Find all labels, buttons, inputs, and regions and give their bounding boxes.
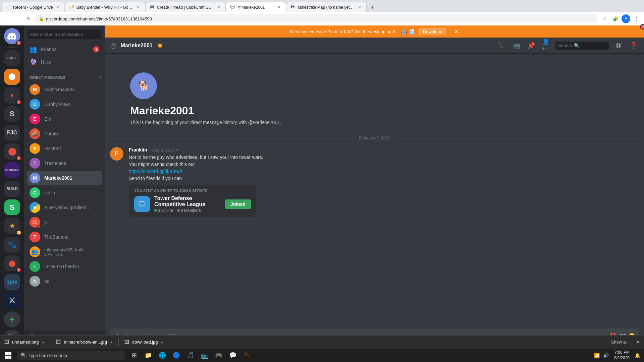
download-button[interactable]: Download bbox=[419, 28, 446, 35]
taskbar-spotify[interactable]: 🎵 bbox=[184, 349, 197, 362]
dm-item-em[interactable]: E Em bbox=[27, 112, 102, 126]
tab-google-drive[interactable]: 📄 Recent - Google Drive ✕ bbox=[1, 2, 65, 12]
call-icon[interactable]: 📞 bbox=[498, 42, 506, 50]
server-icon-10[interactable]: ★ 18 bbox=[4, 218, 20, 234]
tab-close-2[interactable]: ✕ bbox=[136, 5, 141, 10]
download-bar-close-icon[interactable]: ✕ bbox=[636, 339, 640, 345]
server-icon-1[interactable]: CDCL bbox=[4, 50, 20, 66]
server-icon-12[interactable]: ⬤ 1 bbox=[4, 255, 20, 272]
back-button[interactable]: ← bbox=[3, 14, 12, 23]
server-icon-4[interactable]: S bbox=[4, 106, 20, 122]
dm-item-mightymax805[interactable]: M mightymax805 bbox=[27, 82, 102, 97]
google-account-icon[interactable]: F bbox=[621, 14, 631, 23]
windows-start-button[interactable] bbox=[0, 349, 16, 362]
header-search-bar[interactable]: Search 🔍 bbox=[555, 42, 609, 50]
tab-cubecraft[interactable]: 🎮 Create Thread | CubeCraft Game... ✕ bbox=[145, 2, 226, 12]
joined-button[interactable]: Joined bbox=[225, 199, 251, 209]
message-text-line4: Send to friends if you can bbox=[129, 175, 639, 182]
server-icon-9[interactable]: S bbox=[4, 199, 20, 216]
message-link[interactable]: https://discord.gg/jf3EF9d bbox=[129, 168, 639, 175]
tab-discord-active[interactable]: 💬 @Marieke2001 ✕ bbox=[226, 2, 286, 12]
network-icon[interactable]: 📶 bbox=[593, 353, 601, 358]
taskbar-task-view[interactable]: ⊞ bbox=[127, 349, 141, 362]
mention-icon[interactable]: @ bbox=[614, 42, 623, 50]
server-icon-14[interactable]: ⚔ bbox=[4, 293, 20, 309]
tab-close-3[interactable]: ✕ bbox=[216, 5, 221, 10]
add-server-button[interactable]: + bbox=[4, 311, 20, 327]
taskbar-discord[interactable]: 💬 bbox=[226, 349, 239, 362]
tab-baby-blender[interactable]: 📝 Baby Blender - Willy Hill - Goog... ✕ bbox=[65, 2, 145, 12]
server-icon-11[interactable]: 🐾 bbox=[4, 237, 20, 253]
bookmark-icon[interactable]: ☆ bbox=[600, 14, 609, 23]
dm-item-collin[interactable]: C collin bbox=[27, 186, 102, 200]
search-input[interactable] bbox=[28, 29, 101, 39]
banner-close-icon[interactable]: ✕ bbox=[454, 28, 459, 35]
dm-name-collin: collin bbox=[44, 190, 99, 195]
dm-at-symbol: @ bbox=[110, 42, 117, 49]
dm-avatar-potato: 🥔 bbox=[30, 128, 40, 139]
server-icon-7[interactable]: VERSACE bbox=[4, 162, 20, 178]
forward-button[interactable]: → bbox=[13, 14, 23, 23]
tab-close-1[interactable]: ✕ bbox=[55, 5, 60, 10]
date-line-left bbox=[110, 138, 355, 138]
pin-icon[interactable]: 📌 bbox=[527, 42, 535, 50]
dm-item-jc[interactable]: JC jc bbox=[27, 215, 102, 229]
notification-icon[interactable]: 🔔 bbox=[634, 353, 641, 358]
server-icon-8[interactable]: BUILD bbox=[4, 181, 20, 197]
dm-item-blueyellow[interactable]: B Blue-yellow gradient ... bbox=[27, 200, 102, 215]
download-chevron-2[interactable]: ▲ bbox=[110, 340, 113, 344]
taskbar-twitch[interactable]: 📺 bbox=[198, 349, 211, 362]
tab-close-5[interactable]: ✕ bbox=[357, 5, 362, 10]
server-icon-3[interactable]: ● 1 bbox=[4, 87, 20, 104]
new-tab-button[interactable]: + bbox=[368, 3, 377, 12]
system-tray-icons: 📶 🔊 bbox=[593, 353, 610, 358]
taskbar-file-explorer[interactable]: 📁 bbox=[142, 349, 155, 362]
volume-icon[interactable]: 🔊 bbox=[602, 353, 610, 358]
add-member-icon[interactable]: 👤+ bbox=[542, 42, 550, 50]
message-avatar-franklin[interactable]: F bbox=[110, 147, 123, 161]
taskbar-search-bar[interactable]: 🔍 Type here to search bbox=[17, 351, 125, 360]
refresh-button[interactable]: ↻ bbox=[24, 14, 34, 23]
server-icon-5[interactable]: FJC bbox=[4, 125, 20, 141]
tab-close-4[interactable]: ✕ bbox=[276, 5, 282, 10]
download-chevron-3[interactable]: ▲ bbox=[161, 340, 164, 344]
dm-avatar-thebanana: T bbox=[30, 232, 40, 242]
dm-name-fisktratt: Fisktratt bbox=[44, 146, 99, 151]
friends-nav-item[interactable]: 👥 Friends 1 bbox=[27, 43, 102, 55]
taskbar-minecraft[interactable]: ⛏ bbox=[240, 349, 254, 362]
lock-icon: 🔒 bbox=[39, 16, 44, 21]
download-chevron-1[interactable]: ▲ bbox=[42, 340, 45, 344]
taskbar-edge[interactable]: 🌐 bbox=[156, 349, 169, 362]
help-icon[interactable]: ❓ bbox=[629, 42, 637, 50]
dm-item-trashcane[interactable]: T Trashcane bbox=[27, 156, 102, 170]
discord-home-button[interactable]: 1 bbox=[4, 28, 20, 44]
dm-item-group[interactable]: 👥 16 mightymax805, ImN... 3 Members bbox=[27, 245, 102, 259]
extensions-icon[interactable]: 🧩 bbox=[610, 14, 620, 23]
dm-item-marieke[interactable]: M Marieke2001 bbox=[27, 171, 102, 185]
dm-item-thebanana[interactable]: T TheBanana bbox=[27, 230, 102, 244]
server-icon-2[interactable] bbox=[4, 69, 20, 85]
dm-item-fisktratt[interactable]: F Fisktratt bbox=[27, 141, 102, 156]
server-divider-1 bbox=[7, 47, 17, 48]
nitro-nav-item[interactable]: 🔮 Nitro bbox=[27, 56, 102, 68]
server-icon-6[interactable]: ⬤ 1 bbox=[4, 143, 20, 160]
show-all-button[interactable]: Show all bbox=[611, 340, 628, 345]
tab-minestrike[interactable]: 🗺 Minestrike Map (no name yet) - ... ✕ bbox=[286, 2, 367, 12]
video-icon[interactable]: 📹 bbox=[513, 42, 521, 50]
dm-item-potato[interactable]: 🥔 Potato bbox=[27, 127, 102, 141]
taskbar-time: 7:00 PM bbox=[614, 350, 630, 355]
taskbar-chrome[interactable]: 🔵 bbox=[170, 349, 183, 362]
gray-dot bbox=[177, 209, 180, 212]
dm-avatar-em: E bbox=[30, 114, 40, 124]
taskbar-clock[interactable]: 7:00 PM 2/3/2020 bbox=[611, 350, 632, 361]
taskbar-item-7[interactable]: 🎮 bbox=[212, 349, 225, 362]
dm-add-button[interactable]: + bbox=[98, 74, 102, 81]
dm-item-nc[interactable]: N nc bbox=[27, 274, 102, 288]
message-author-franklin: Franklin bbox=[129, 147, 147, 153]
dm-item-dubby[interactable]: D Dubby Plays bbox=[27, 97, 102, 111]
address-bar[interactable]: 🔒 discordapp.com/channels/@me/6740316311… bbox=[35, 14, 597, 23]
dm-name-thebanana: TheBanana bbox=[44, 234, 99, 240]
dm-item-imnemo[interactable]: I ImNemoTheFish bbox=[27, 259, 102, 274]
server-icon-13[interactable]: 1pm bbox=[4, 274, 20, 290]
browser-menu-icon[interactable]: ⋮ bbox=[632, 14, 641, 23]
